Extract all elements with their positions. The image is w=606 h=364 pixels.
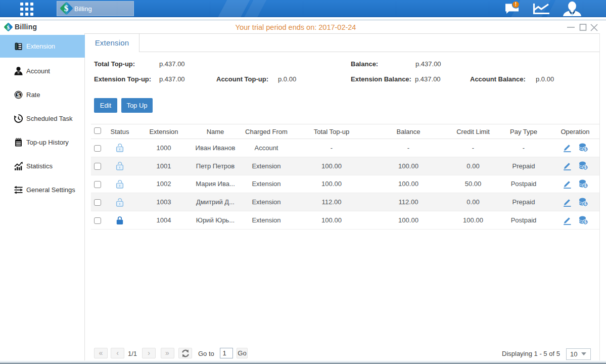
svg-text:$: $ — [584, 201, 586, 206]
svg-text:!: ! — [515, 2, 517, 7]
svg-text:$: $ — [584, 183, 586, 188]
svg-text:$: $ — [584, 147, 586, 152]
svg-text:$: $ — [584, 165, 586, 170]
svg-text:$: $ — [584, 219, 586, 224]
svg-text:$: $ — [17, 92, 20, 98]
